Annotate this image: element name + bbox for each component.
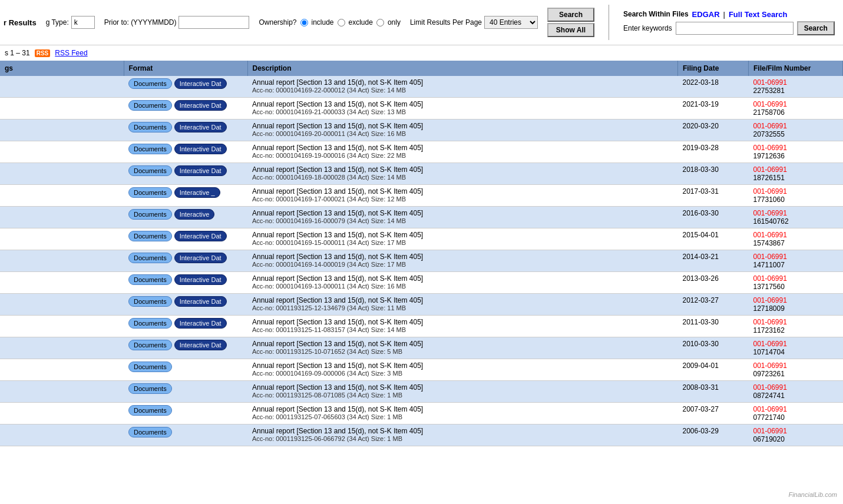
description-line2: Acc-no: 0001193125-12-134679 (34 Act) Si…	[252, 304, 673, 311]
description-line2: Acc-no: 0000104169-09-000006 (34 Act) Si…	[252, 370, 673, 377]
film-number: 11723162	[753, 326, 785, 334]
documents-button[interactable]: Documents	[128, 318, 172, 329]
filing-number-link[interactable]: 001-06991	[753, 78, 787, 87]
cell-format: Documents	[124, 403, 247, 425]
ownership-exclude-radio[interactable]	[338, 19, 345, 26]
description-line2: Acc-no: 0000104169-17-000021 (34 Act) Si…	[252, 195, 673, 203]
filing-number-link[interactable]: 001-06991	[753, 144, 787, 152]
interactive-data-button[interactable]: Interactive Dat	[174, 78, 227, 89]
cell-description: Annual report [Section 13 and 15(d), not…	[247, 228, 678, 250]
rss-feed-link[interactable]: RSS Feed	[55, 49, 87, 57]
keywords-search-button[interactable]: Search	[797, 21, 835, 35]
interactive-data-button[interactable]: Interactive Dat	[174, 122, 227, 132]
interactive-data-button[interactable]: Interactive _	[174, 187, 220, 198]
cell-description: Annual report [Section 13 and 15(d), not…	[247, 316, 678, 337]
documents-button[interactable]: Documents	[128, 362, 172, 372]
full-text-link[interactable]: Full Text Search	[729, 10, 787, 19]
col-header-filing-date: Filing Date	[678, 61, 749, 76]
cell-gs	[0, 76, 124, 98]
ownership-include-radio[interactable]	[300, 19, 308, 26]
cell-gs	[0, 337, 124, 359]
filing-number-link[interactable]: 001-06991	[753, 318, 787, 326]
cell-description: Annual report [Section 13 and 15(d), not…	[247, 294, 678, 316]
cell-gs	[0, 250, 124, 272]
description-line1: Annual report [Section 13 and 15(d), not…	[252, 100, 673, 108]
cell-file-number: 001-06991161540762	[749, 207, 843, 228]
documents-button[interactable]: Documents	[128, 209, 172, 220]
documents-button[interactable]: Documents	[128, 405, 172, 416]
filing-number-link[interactable]: 001-06991	[753, 231, 787, 239]
interactive-data-button[interactable]: Interactive	[174, 209, 215, 220]
documents-button[interactable]: Documents	[128, 253, 172, 263]
cell-file-number: 001-0699106719020	[749, 425, 843, 446]
prior-to-input[interactable]	[178, 16, 249, 29]
documents-button[interactable]: Documents	[128, 122, 172, 132]
filing-number-link[interactable]: 001-06991	[753, 187, 787, 195]
right-search-bottom: Enter keywords Search	[623, 21, 835, 35]
cell-filing-date: 2007-03-27	[678, 403, 749, 425]
interactive-data-button[interactable]: Interactive Dat	[174, 165, 227, 176]
film-number: 17731060	[753, 195, 785, 204]
filing-number-link[interactable]: 001-06991	[753, 296, 787, 304]
documents-button[interactable]: Documents	[128, 340, 172, 350]
interactive-data-button[interactable]: Interactive Dat	[174, 274, 227, 285]
documents-button[interactable]: Documents	[128, 144, 172, 154]
cell-format: DocumentsInteractive Dat	[124, 98, 247, 120]
filing-number-link[interactable]: 001-06991	[753, 274, 787, 283]
filing-number-link[interactable]: 001-06991	[753, 340, 787, 348]
limit-select[interactable]: 10 Entries 20 Entries 40 Entries 100 Ent…	[484, 16, 538, 29]
interactive-data-button[interactable]: Interactive Dat	[174, 100, 227, 111]
filing-type-input[interactable]	[71, 16, 95, 29]
edgar-link[interactable]: EDGAR	[692, 10, 720, 19]
documents-button[interactable]: Documents	[128, 187, 172, 198]
interactive-data-button[interactable]: Interactive Dat	[174, 340, 227, 350]
cell-file-number: 001-0699111723162	[749, 316, 843, 337]
show-all-button[interactable]: Show All	[547, 23, 594, 37]
cell-gs	[0, 228, 124, 250]
documents-button[interactable]: Documents	[128, 100, 172, 111]
documents-button[interactable]: Documents	[128, 231, 172, 241]
filing-number-link[interactable]: 001-06991	[753, 165, 787, 174]
filing-number-link[interactable]: 001-06991	[753, 100, 787, 108]
col-header-description: Description	[247, 61, 678, 76]
documents-button[interactable]: Documents	[128, 296, 172, 307]
interactive-data-button[interactable]: Interactive Dat	[174, 318, 227, 329]
cell-filing-date: 2016-03-30	[678, 207, 749, 228]
interactive-data-button[interactable]: Interactive Dat	[174, 253, 227, 263]
documents-button[interactable]: Documents	[128, 383, 172, 394]
documents-button[interactable]: Documents	[128, 78, 172, 89]
keywords-label: Enter keywords	[623, 24, 672, 32]
description-line2: Acc-no: 0001193125-06-066792 (34 Act) Si…	[252, 435, 673, 442]
filing-number-link[interactable]: 001-06991	[753, 405, 787, 413]
prior-to-label: Prior to: (YYYYMMDD)	[104, 18, 177, 26]
table-row: DocumentsInteractive DatAnnual report [S…	[0, 120, 843, 141]
interactive-data-button[interactable]: Interactive Dat	[174, 144, 227, 154]
film-number: 08724741	[753, 392, 785, 400]
filing-number-link[interactable]: 001-06991	[753, 362, 787, 370]
filing-number-link[interactable]: 001-06991	[753, 383, 787, 392]
filing-number-link[interactable]: 001-06991	[753, 427, 787, 435]
interactive-data-button[interactable]: Interactive Dat	[174, 231, 227, 241]
cell-format: DocumentsInteractive Dat	[124, 337, 247, 359]
film-number: 161540762	[753, 217, 789, 226]
table-row: DocumentsInteractive DatAnnual report [S…	[0, 337, 843, 359]
cell-file-number: 001-0699109723261	[749, 359, 843, 381]
documents-button[interactable]: Documents	[128, 165, 172, 176]
cell-filing-date: 2014-03-21	[678, 250, 749, 272]
filing-number-link[interactable]: 001-06991	[753, 253, 787, 261]
description-line2: Acc-no: 0000104169-19-000016 (34 Act) Si…	[252, 152, 673, 159]
interactive-data-button[interactable]: Interactive Dat	[174, 296, 227, 307]
ownership-only-radio[interactable]	[376, 19, 384, 26]
description-line1: Annual report [Section 13 and 15(d), not…	[252, 78, 673, 87]
cell-file-number: 001-0699120732555	[749, 120, 843, 141]
results-range: s 1 – 31	[5, 49, 30, 57]
description-line2: Acc-no: 0001193125-10-071652 (34 Act) Si…	[252, 348, 673, 355]
filing-number-link[interactable]: 001-06991	[753, 122, 787, 130]
description-line1: Annual report [Section 13 and 15(d), not…	[252, 165, 673, 174]
filing-number-link[interactable]: 001-06991	[753, 209, 787, 217]
documents-button[interactable]: Documents	[128, 274, 172, 285]
search-button[interactable]: Search	[547, 8, 594, 22]
keywords-input[interactable]	[676, 22, 794, 35]
documents-button[interactable]: Documents	[128, 427, 172, 437]
cell-filing-date: 2021-03-19	[678, 98, 749, 120]
